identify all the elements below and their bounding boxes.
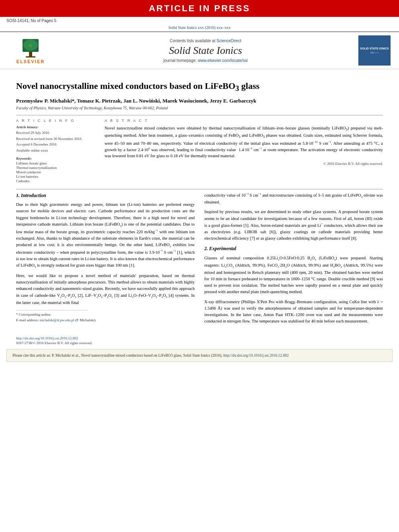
section1-title: 1. Introduction: [16, 192, 195, 199]
authors-line: Przemysław P. Michalski*, Tomasz K. Piet…: [16, 98, 383, 104]
ssi-logo-box: SOLID STATE IONICS SSI • • •: [356, 35, 393, 66]
section2-title: 2. Experimental: [204, 245, 383, 253]
section2-para1: Glasses of nominal composition 0.25Li2O·…: [204, 255, 383, 296]
affiliation-line: Faculty of Physics, Warsaw University of…: [16, 106, 383, 110]
journal-homepage-link[interactable]: www.elsevier.com/locate/ssi: [198, 58, 248, 63]
article-info-col: A R T I C L E I N F O Article history: R…: [16, 119, 97, 183]
elsevier-tree-icon: 🌿: [19, 37, 43, 59]
main-content: Novel nanocrystalline mixed conductors b…: [0, 69, 399, 332]
divider-1: [16, 115, 383, 115]
body-two-col: 1. Introduction Due to their high gravim…: [16, 192, 383, 328]
article-info-abstract-row: A R T I C L E I N F O Article history: R…: [16, 119, 383, 183]
keyword-4: Li-ion batteries: [16, 175, 97, 179]
doc-id: SOSI-14141; No of Pages 5: [0, 17, 399, 25]
contents-available: Contents lists available at ScienceDirec…: [55, 39, 356, 43]
article-history-label: Article history:: [16, 125, 97, 129]
footnote-divider: [16, 310, 88, 310]
section1-right-para1: conductivity value of 10−3 S cm−1 and mi…: [204, 192, 383, 206]
doi-link[interactable]: http://dx.doi.org/10.1016/j.ssi.2016.12.…: [16, 336, 78, 340]
journal-title: Solid State Ionics: [55, 45, 356, 57]
abstract-copyright: © 2016 Elsevier B.V. All rights reserved…: [105, 162, 383, 166]
section1-para2: Here, we would like to propose a novel m…: [16, 273, 195, 306]
top-header: 🌿 ELSEVIER Contents lists available at S…: [0, 31, 399, 69]
abstract-heading: A B S T R A C T: [105, 119, 383, 123]
journal-link-line: Solid State Ionics xxx (2016) xxx–xxx: [0, 25, 399, 31]
keywords-label: Keywords:: [16, 156, 97, 160]
received-date: Received 29 July 2016: [16, 130, 97, 136]
article-info-heading: A R T I C L E I N F O: [16, 119, 97, 123]
ssi-logo-subtitle: SSI • • •: [370, 51, 379, 54]
journal-center-info: Contents lists available at ScienceDirec…: [55, 35, 356, 66]
divider-2: [16, 189, 383, 189]
sciencedirect-link[interactable]: ScienceDirect: [216, 39, 241, 43]
abstract-text: Novel nanocrystalline mixed conductors w…: [105, 125, 383, 159]
footnote: * Corresponding author. E-mail address: …: [16, 312, 195, 323]
article-in-press-banner: ARTICLE IN PRESS: [0, 0, 399, 17]
keyword-3: Mixed conductor: [16, 170, 97, 174]
footnote-email-link[interactable]: michalski@if.pw.edu.pl: [39, 318, 74, 322]
available-date: Available online xxxx: [16, 148, 97, 153]
ssi-logo-title: SOLID STATE IONICS: [360, 47, 389, 50]
citation-box: Please cite this article as: P. Michalsk…: [6, 349, 393, 362]
article-title: Novel nanocrystalline mixed conductors b…: [16, 80, 383, 94]
svg-text:🌿: 🌿: [29, 43, 33, 47]
bottom-copyright: 0167-2738/© 2016 Elsevier B.V. All right…: [0, 340, 399, 346]
body-right-col: conductivity value of 10−3 S cm−1 and mi…: [204, 192, 383, 328]
revised-date: Received in revised form 30 November 201…: [16, 136, 97, 142]
journal-link[interactable]: Solid State Ionics xxx (2016) xxx–xxx: [169, 25, 231, 30]
elsevier-logo: 🌿 ELSEVIER: [6, 35, 55, 66]
keyword-2: Thermal nanocrystallization: [16, 166, 97, 170]
svg-rect-2: [26, 56, 35, 58]
citation-doi-link[interactable]: http://dx.doi.org/10.1016/j.ssi.2016.12.…: [223, 353, 289, 357]
bottom-links: http://dx.doi.org/10.1016/j.ssi.2016.12.…: [0, 336, 399, 340]
abstract-col: A B S T R A C T Novel nanocrystalline mi…: [105, 119, 383, 183]
ssi-logo: SOLID STATE IONICS SSI • • •: [358, 35, 391, 66]
keyword-5: Cathodes: [16, 179, 97, 183]
elsevier-label: ELSEVIER: [16, 59, 45, 64]
keyword-1: Lithium–borate glass: [16, 161, 97, 165]
section1-right-para2: Inspired by previous results, we are det…: [204, 209, 383, 242]
accepted-date: Accepted 6 December 2016: [16, 142, 97, 147]
body-left-col: 1. Introduction Due to their high gravim…: [16, 192, 195, 328]
journal-homepage: journal homepage: www.elsevier.com/locat…: [55, 58, 356, 63]
section1-para1: Due to their high gravimetric energy and…: [16, 201, 195, 269]
svg-rect-1: [29, 52, 32, 57]
section2-para2: X-ray diffractometry (Phillips X'Pert Pr…: [204, 299, 383, 325]
